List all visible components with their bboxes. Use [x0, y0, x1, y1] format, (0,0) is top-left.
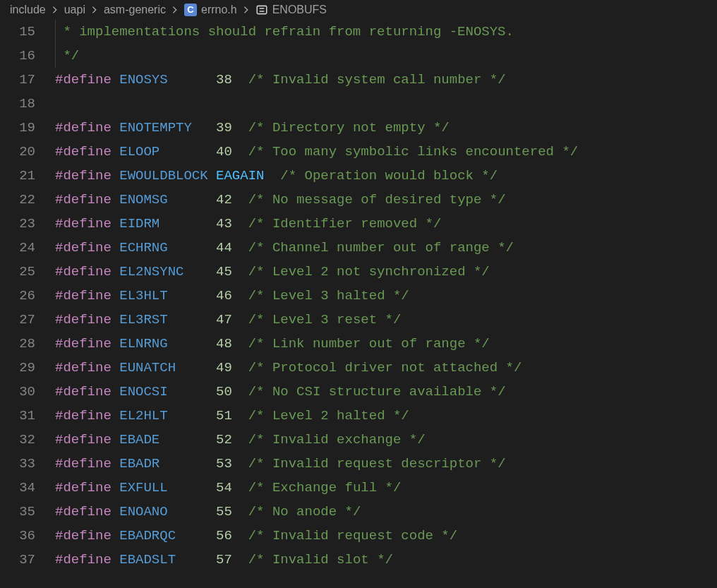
- code-line[interactable]: #define EBADRQC 56 /* Invalid request co…: [55, 524, 717, 548]
- code-line[interactable]: #define EWOULDBLOCK EAGAIN /* Operation …: [55, 164, 717, 188]
- code-line[interactable]: #define ECHRNG 44 /* Channel number out …: [55, 236, 717, 260]
- line-number: 25: [0, 260, 35, 284]
- line-number: 30: [0, 380, 35, 404]
- chevron-right-icon: [50, 5, 60, 15]
- chevron-right-icon: [170, 5, 180, 15]
- chevron-right-icon: [241, 5, 251, 15]
- code-line[interactable]: #define EL2HLT 51 /* Level 2 halted */: [55, 404, 717, 428]
- breadcrumb-label: errno.h: [201, 4, 237, 16]
- code-line[interactable]: */: [55, 44, 717, 68]
- code-line[interactable]: #define EUNATCH 49 /* Protocol driver no…: [55, 356, 717, 380]
- code-line[interactable]: #define EIDRM 43 /* Identifier removed *…: [55, 212, 717, 236]
- breadcrumb-item-include[interactable]: include: [10, 4, 46, 16]
- chevron-right-icon: [90, 5, 100, 15]
- breadcrumb-label: include: [10, 4, 46, 16]
- line-number: 17: [0, 68, 35, 92]
- code-line[interactable]: #define ENOCSI 50 /* No CSI structure av…: [55, 380, 717, 404]
- breadcrumb-item-uapi[interactable]: uapi: [64, 4, 85, 16]
- line-number: 32: [0, 428, 35, 452]
- line-number: 21: [0, 164, 35, 188]
- breadcrumb-label: uapi: [64, 4, 85, 16]
- line-number: 16: [0, 44, 35, 68]
- code-line[interactable]: #define ENOSYS 38 /* Invalid system call…: [55, 68, 717, 92]
- code-line[interactable]: #define ENOTEMPTY 39 /* Directory not em…: [55, 116, 717, 140]
- code-line[interactable]: #define EBADR 53 /* Invalid request desc…: [55, 452, 717, 476]
- code-line[interactable]: * implementations should refrain from re…: [55, 20, 717, 44]
- line-number: 35: [0, 500, 35, 524]
- code-line[interactable]: #define ELNRNG 48 /* Link number out of …: [55, 332, 717, 356]
- line-number: 22: [0, 188, 35, 212]
- breadcrumb-item-file[interactable]: C errno.h: [184, 4, 237, 16]
- breadcrumb-item-symbol[interactable]: ENOBUFS: [255, 4, 327, 16]
- line-number: 28: [0, 332, 35, 356]
- breadcrumb-label: ENOBUFS: [272, 4, 327, 16]
- c-file-icon: C: [184, 4, 197, 16]
- line-number: 34: [0, 476, 35, 500]
- line-number-gutter: 1516171819202122232425262728293031323334…: [0, 20, 55, 588]
- line-number: 26: [0, 284, 35, 308]
- line-number: 15: [0, 20, 35, 44]
- code-line[interactable]: #define EL3HLT 46 /* Level 3 halted */: [55, 284, 717, 308]
- code-content[interactable]: * implementations should refrain from re…: [55, 20, 717, 588]
- breadcrumb-label: asm-generic: [104, 4, 166, 16]
- line-number: 24: [0, 236, 35, 260]
- line-number: 18: [0, 92, 35, 116]
- line-number: 31: [0, 404, 35, 428]
- code-line[interactable]: #define EL3RST 47 /* Level 3 reset */: [55, 308, 717, 332]
- code-line[interactable]: #define ENOMSG 42 /* No message of desir…: [55, 188, 717, 212]
- line-number: 29: [0, 356, 35, 380]
- breadcrumb: include uapi asm-generic C errno.h ENOBU…: [0, 0, 717, 20]
- code-line[interactable]: #define EXFULL 54 /* Exchange full */: [55, 476, 717, 500]
- breadcrumb-item-asm-generic[interactable]: asm-generic: [104, 4, 166, 16]
- line-number: 23: [0, 212, 35, 236]
- symbol-constant-icon: [255, 4, 268, 16]
- line-number: 33: [0, 452, 35, 476]
- svg-rect-0: [257, 6, 267, 13]
- code-line[interactable]: #define EL2NSYNC 45 /* Level 2 not synch…: [55, 260, 717, 284]
- line-number: 27: [0, 308, 35, 332]
- line-number: 20: [0, 140, 35, 164]
- code-line[interactable]: #define ENOANO 55 /* No anode */: [55, 500, 717, 524]
- code-editor[interactable]: 1516171819202122232425262728293031323334…: [0, 20, 717, 588]
- line-number: 19: [0, 116, 35, 140]
- code-line[interactable]: #define ELOOP 40 /* Too many symbolic li…: [55, 140, 717, 164]
- code-line[interactable]: #define EBADSLT 57 /* Invalid slot */: [55, 548, 717, 572]
- line-number: 36: [0, 524, 35, 548]
- line-number: 37: [0, 548, 35, 572]
- code-line[interactable]: #define EBADE 52 /* Invalid exchange */: [55, 428, 717, 452]
- code-line[interactable]: [55, 92, 717, 116]
